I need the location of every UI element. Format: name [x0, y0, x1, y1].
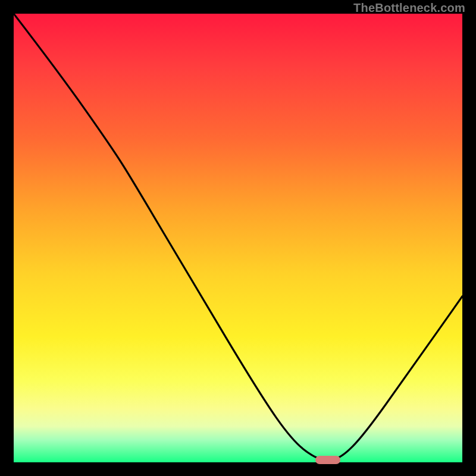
- curve-path: [14, 14, 462, 459]
- chart-frame: TheBottleneck.com: [0, 0, 476, 476]
- watermark-text: TheBottleneck.com: [353, 1, 465, 15]
- optimal-marker: [315, 456, 340, 464]
- bottleneck-curve: [14, 14, 462, 462]
